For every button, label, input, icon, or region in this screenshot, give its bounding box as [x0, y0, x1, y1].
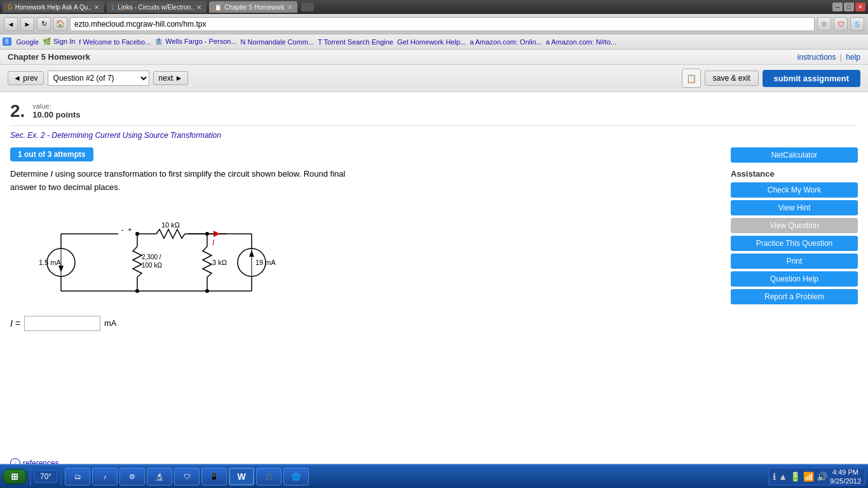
windows-icon: ⊞	[11, 471, 18, 478]
taskbar-app-phone[interactable]: 📱	[201, 468, 227, 478]
attempts-badge: 1 out of 3 attempts	[10, 147, 718, 168]
question-nav: ◄ prev Question #2 (of 7) next ► 📋 save …	[0, 65, 868, 92]
junction-bot-mid	[135, 289, 139, 293]
view-hint-button[interactable]: View Hint	[731, 200, 858, 215]
start-button[interactable]: ⊞	[3, 469, 27, 478]
tab-2[interactable]: L Links - Circuits w/Electron... ✕	[107, 1, 207, 13]
bookmark-signin[interactable]: 🌿 Sign In	[43, 37, 75, 46]
bookmark-amazon2[interactable]: a Amazon.com: N#to...	[546, 38, 616, 46]
security-button[interactable]: 🛡	[834, 17, 848, 31]
tab-3[interactable]: 📋 Chapter 5 Homework ✕	[209, 1, 297, 13]
current-i-label: I	[212, 238, 215, 247]
submit-button[interactable]: submit assignment	[763, 70, 860, 87]
tab-3-close[interactable]: ✕	[287, 4, 292, 11]
address-bar[interactable]	[70, 17, 815, 31]
answer-input[interactable]	[24, 316, 100, 331]
question-text-part1: Determine	[10, 169, 51, 179]
instructions-link[interactable]: instructions	[797, 53, 836, 62]
bookmark-google[interactable]: Google	[17, 38, 39, 46]
resistor3-symbol	[203, 247, 212, 277]
question-help-button[interactable]: Question Help	[731, 271, 858, 287]
bookmark-normandale[interactable]: N Normandale Comm...	[241, 38, 315, 46]
new-tab-button[interactable]	[301, 3, 314, 11]
tab-1[interactable]: G Homework Help Ask A Qu... ✕	[3, 1, 104, 13]
taskbar-app-settings[interactable]: ⚙	[119, 468, 145, 478]
view-question-button: View Question	[731, 218, 858, 233]
help-link[interactable]: help	[846, 53, 860, 62]
tab-2-close[interactable]: ✕	[196, 4, 201, 11]
question-number-block: 2. value: 10.00 points	[10, 102, 858, 120]
source1-label: 1.5 mA	[39, 259, 62, 266]
browser-titlebar: G Homework Help Ask A Qu... ✕ L Links - …	[0, 0, 868, 14]
resistor1-symbol	[156, 229, 185, 238]
home-button[interactable]: 🏠	[53, 17, 67, 31]
circuit-svg: 1.5 mA 2,300 / 100 kΩ 10	[10, 202, 283, 304]
temperature-display: 70°	[34, 470, 57, 478]
notes-button[interactable]: 📋	[682, 69, 701, 88]
resistor2-label1: 2,300 /	[142, 254, 161, 261]
close-button[interactable]: ✕	[855, 3, 865, 11]
next-button[interactable]: next ►	[153, 71, 189, 85]
check-my-work-button[interactable]: Check My Work	[731, 182, 858, 198]
star-button[interactable]: ☆	[817, 17, 831, 31]
question-selector[interactable]: Question #2 (of 7)	[48, 71, 149, 86]
resistor2-label2: 100 kΩ	[142, 262, 162, 269]
junction-top-right	[205, 232, 209, 236]
section-label: Sec. Ex. 2 - Determining Current Using S…	[10, 131, 858, 140]
bookmark-homework[interactable]: Get Homework Help...	[397, 38, 466, 46]
current-arrow	[214, 231, 220, 237]
answer-unit: mA	[104, 318, 117, 328]
bookmark-torrent[interactable]: T Torrent Search Engine	[318, 38, 393, 46]
answer-row: I = mA	[10, 316, 718, 331]
plus-sign: +	[128, 226, 132, 233]
taskbar-app-word[interactable]: W	[229, 468, 254, 478]
question-value-block: value: 10.00 points	[32, 102, 80, 119]
divider	[10, 125, 858, 126]
page-content: 2. value: 10.00 points Sec. Ex. 2 - Dete…	[0, 92, 868, 478]
taskbar-divider2	[60, 468, 62, 478]
taskbar-app-shield[interactable]: 🛡	[174, 468, 200, 478]
taskbar-app-itunes[interactable]: 🎵	[256, 468, 281, 478]
question-text: Determine I using source transformation …	[10, 168, 353, 194]
system-tray: ℹ ▲ 🔋 📶 🔊 4:49 PM 9/25/2012	[768, 468, 865, 478]
back-button[interactable]: ◄	[4, 17, 18, 31]
answer-label: I =	[10, 318, 20, 329]
page-header: Chapter 5 Homework instructions | help	[0, 50, 868, 65]
bookmark-wellsfargo[interactable]: 🏦 Wells Fargo - Person...	[154, 37, 236, 46]
assistance-title: Assistance	[731, 169, 858, 179]
save-exit-button[interactable]: save & exit	[705, 71, 759, 86]
minus-sign: -	[121, 226, 124, 233]
tray-sound-icon: 🔊	[817, 471, 827, 478]
taskbar-app-files[interactable]: 🗂	[65, 468, 90, 478]
taskbar-divider	[30, 468, 31, 478]
question-number: 2.	[10, 102, 25, 120]
minimize-button[interactable]: ─	[832, 3, 843, 11]
report-problem-button[interactable]: Report a Problem	[731, 289, 858, 304]
tray-network-icon: 📶	[803, 471, 814, 478]
taskbar-app-science[interactable]: 🔬	[147, 468, 172, 478]
bookmarks-bar: 8 Google 🌿 Sign In f Welcome to Facebo..…	[0, 34, 868, 50]
tray-help-icon: ℹ	[773, 471, 776, 478]
bookmark-amazon1[interactable]: a Amazon.com: Onlin...	[470, 38, 542, 46]
prev-button[interactable]: ◄ prev	[8, 71, 44, 85]
taskbar-app-music[interactable]: ♪	[92, 468, 118, 478]
maximize-button[interactable]: □	[844, 3, 854, 11]
taskbar-app-browser[interactable]: 🌐	[283, 468, 309, 478]
question-main: 1 out of 3 attempts Determine I using so…	[10, 147, 718, 331]
bookmark-facebook[interactable]: f Welcome to Facebo...	[79, 38, 151, 46]
net-calculator-button[interactable]: NetCalculator	[731, 147, 858, 163]
junction-bot-right	[205, 289, 209, 293]
practice-question-button[interactable]: Practice This Question	[731, 236, 858, 251]
header-links: instructions | help	[797, 53, 860, 62]
resistor1-label: 10 kΩ	[161, 221, 180, 229]
tab-1-close[interactable]: ✕	[94, 4, 99, 11]
page-title: Chapter 5 Homework	[8, 52, 90, 62]
forward-button[interactable]: ►	[20, 17, 34, 31]
window-controls: ─ □ ✕	[832, 3, 865, 11]
value-label: value:	[32, 102, 80, 110]
skype-button[interactable]: S	[850, 17, 864, 31]
google-bm-icon: 8	[3, 37, 11, 46]
print-button[interactable]: Print	[731, 254, 858, 269]
header-divider: |	[840, 53, 842, 62]
refresh-button[interactable]: ↻	[37, 17, 51, 31]
